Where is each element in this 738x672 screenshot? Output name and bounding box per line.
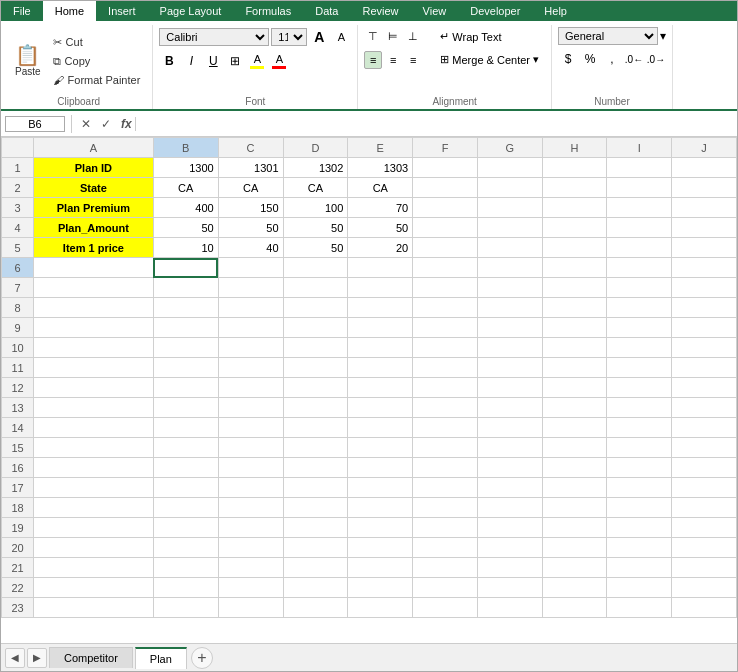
font-size-select[interactable]: 11 [271, 28, 307, 46]
add-sheet-button[interactable]: + [191, 647, 213, 669]
cell-B5[interactable]: 10 [153, 238, 218, 258]
tab-insert[interactable]: Insert [96, 1, 148, 21]
col-header-H[interactable]: H [542, 138, 607, 158]
cell-B2[interactable]: CA [153, 178, 218, 198]
font-name-select[interactable]: Calibri [159, 28, 269, 46]
cell-C3[interactable]: 150 [218, 198, 283, 218]
cell-C6[interactable] [218, 258, 283, 278]
cell-C1[interactable]: 1301 [218, 158, 283, 178]
fill-color-button[interactable]: A [247, 51, 267, 71]
merge-center-button[interactable]: ⊞ Merge & Center ▾ [434, 50, 545, 69]
cell-A1[interactable]: Plan ID [34, 158, 154, 178]
cell-D5[interactable]: 50 [283, 238, 348, 258]
align-right-button[interactable]: ≡ [404, 51, 422, 69]
cell-A4[interactable]: Plan_Amount [34, 218, 154, 238]
sheet-tab-competitor[interactable]: Competitor [49, 647, 133, 668]
cell-H2[interactable] [542, 178, 607, 198]
cut-button[interactable]: ✂Cut [47, 34, 147, 51]
tab-developer[interactable]: Developer [458, 1, 532, 21]
cancel-formula-button[interactable]: ✕ [78, 117, 94, 131]
cell-D3[interactable]: 100 [283, 198, 348, 218]
col-header-A[interactable]: A [34, 138, 154, 158]
cell-A2[interactable]: State [34, 178, 154, 198]
cell-I6[interactable] [607, 258, 672, 278]
cell-B4[interactable]: 50 [153, 218, 218, 238]
row-header-2[interactable]: 2 [2, 178, 34, 198]
underline-button[interactable]: U [203, 51, 223, 71]
cell-G6[interactable] [477, 258, 542, 278]
tab-data[interactable]: Data [303, 1, 350, 21]
col-header-F[interactable]: F [413, 138, 478, 158]
row-header-4[interactable]: 4 [2, 218, 34, 238]
format-painter-button[interactable]: 🖌Format Painter [47, 72, 147, 88]
col-header-I[interactable]: I [607, 138, 672, 158]
font-color-button[interactable]: A [269, 51, 289, 71]
cell-H3[interactable] [542, 198, 607, 218]
cell-F5[interactable] [413, 238, 478, 258]
cell-C2[interactable]: CA [218, 178, 283, 198]
tab-page-layout[interactable]: Page Layout [148, 1, 234, 21]
bold-button[interactable]: B [159, 51, 179, 71]
cell-H1[interactable] [542, 158, 607, 178]
align-center-button[interactable]: ≡ [384, 51, 402, 69]
cell-B3[interactable]: 400 [153, 198, 218, 218]
align-left-button[interactable]: ≡ [364, 51, 382, 69]
cell-I5[interactable] [607, 238, 672, 258]
col-header-D[interactable]: D [283, 138, 348, 158]
cell-C4[interactable]: 50 [218, 218, 283, 238]
cell-I3[interactable] [607, 198, 672, 218]
row-header-6[interactable]: 6 [2, 258, 34, 278]
cell-F4[interactable] [413, 218, 478, 238]
cell-H6[interactable] [542, 258, 607, 278]
sheet-tab-plan[interactable]: Plan [135, 647, 187, 669]
cell-B1[interactable]: 1300 [153, 158, 218, 178]
cell-B6[interactable] [153, 258, 218, 278]
cell-A6[interactable] [34, 258, 154, 278]
col-header-J[interactable]: J [672, 138, 737, 158]
col-header-B[interactable]: B [153, 138, 218, 158]
cell-E2[interactable]: CA [348, 178, 413, 198]
cell-F1[interactable] [413, 158, 478, 178]
cell-A5[interactable]: Item 1 price [34, 238, 154, 258]
percent-button[interactable]: % [580, 49, 600, 69]
paste-button[interactable]: 📋 Paste [11, 43, 45, 79]
copy-button[interactable]: ⧉Copy [47, 53, 147, 70]
name-box[interactable] [5, 116, 65, 132]
borders-button[interactable]: ⊞ [225, 51, 245, 71]
cell-I2[interactable] [607, 178, 672, 198]
cell-I4[interactable] [607, 218, 672, 238]
cell-E6[interactable] [348, 258, 413, 278]
increase-decimal-button[interactable]: .0← [624, 49, 644, 69]
tab-review[interactable]: Review [350, 1, 410, 21]
cell-F2[interactable] [413, 178, 478, 198]
cell-C5[interactable]: 40 [218, 238, 283, 258]
italic-button[interactable]: I [181, 51, 201, 71]
cell-J3[interactable] [672, 198, 737, 218]
align-top-button[interactable]: ⊤ [364, 28, 382, 46]
cell-J1[interactable] [672, 158, 737, 178]
row-header-1[interactable]: 1 [2, 158, 34, 178]
cell-G3[interactable] [477, 198, 542, 218]
cell-F6[interactable] [413, 258, 478, 278]
formula-input[interactable] [140, 116, 733, 132]
cell-D2[interactable]: CA [283, 178, 348, 198]
cell-E3[interactable]: 70 [348, 198, 413, 218]
cell-H5[interactable] [542, 238, 607, 258]
sheet-scroll[interactable]: A B C D E F G H I J 1 [1, 137, 737, 643]
tab-help[interactable]: Help [532, 1, 579, 21]
confirm-formula-button[interactable]: ✓ [98, 117, 114, 131]
tab-file[interactable]: File [1, 1, 43, 21]
increase-font-button[interactable]: A [309, 27, 329, 47]
col-header-G[interactable]: G [477, 138, 542, 158]
cell-E1[interactable]: 1303 [348, 158, 413, 178]
cell-D4[interactable]: 50 [283, 218, 348, 238]
row-header-5[interactable]: 5 [2, 238, 34, 258]
align-middle-button[interactable]: ⊨ [384, 28, 402, 46]
align-bottom-button[interactable]: ⊥ [404, 28, 422, 46]
row-header-3[interactable]: 3 [2, 198, 34, 218]
number-format-select[interactable]: General [558, 27, 658, 45]
cell-H4[interactable] [542, 218, 607, 238]
cell-G5[interactable] [477, 238, 542, 258]
sheet-scroll-left[interactable]: ◀ [5, 648, 25, 668]
comma-button[interactable]: , [602, 49, 622, 69]
